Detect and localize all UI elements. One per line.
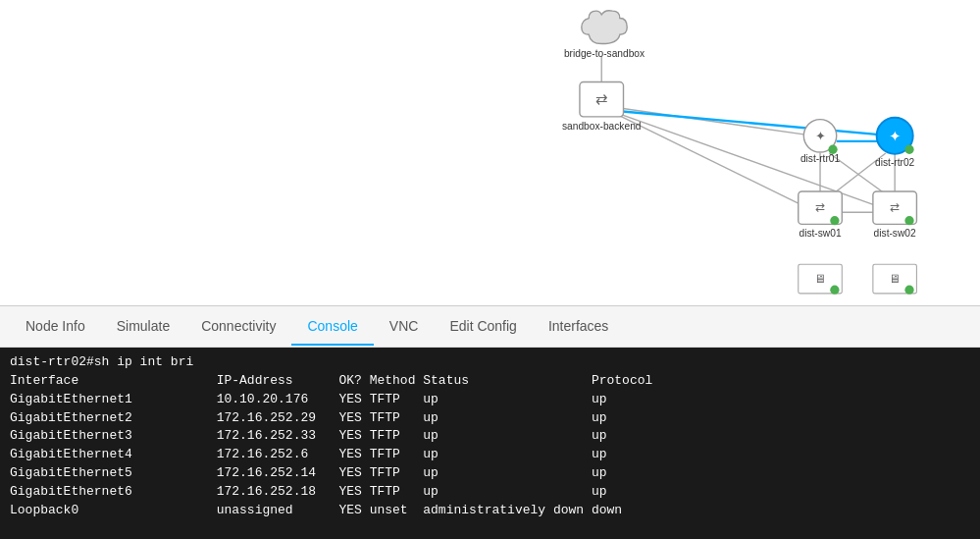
conn-sandbox-rtr02-active	[620, 111, 882, 135]
dist-rtr02-label: dist-rtr02	[875, 157, 915, 168]
tab-console[interactable]: Console	[291, 308, 373, 346]
sw01-icon: ⇄	[815, 200, 825, 214]
tab-simulate[interactable]: Simulate	[101, 308, 185, 346]
tab-connectivity[interactable]: Connectivity	[185, 308, 291, 346]
tab-vnc[interactable]: VNC	[374, 308, 435, 346]
sw01-status-dot	[830, 216, 839, 225]
console-line-4: GigabitEthernet3 172.16.252.33 YES TFTP …	[10, 427, 970, 446]
sw02-status-dot	[904, 216, 913, 225]
console-line-8: Loopback0 unassigned YES unset administr…	[10, 502, 970, 520]
console-line-6: GigabitEthernet5 172.16.252.14 YES TFTP …	[10, 464, 970, 483]
node-dist-sw01[interactable]: ⇄ dist-sw01	[799, 191, 843, 239]
tab-interfaces[interactable]: Interfaces	[533, 308, 624, 346]
console-line-3: GigabitEthernet2 172.16.252.29 YES TFTP …	[10, 409, 970, 428]
console-line-5: GigabitEthernet4 172.16.252.6 YES TFTP u…	[10, 446, 970, 464]
conn-sandbox-sw01	[616, 114, 807, 208]
console-line-2: GigabitEthernet1 10.10.20.176 YES TFTP u…	[10, 391, 970, 409]
topology-svg: bridge-to-sandbox ⇄ sandbox-backend ✦ di…	[0, 0, 980, 305]
cloud-shape	[582, 11, 627, 44]
rtr01-icon: ✦	[815, 129, 826, 143]
conn-sandbox-sw02	[620, 114, 882, 208]
network-diagram: bridge-to-sandbox ⇄ sandbox-backend ✦ di…	[0, 0, 980, 306]
bridge-to-sandbox-label: bridge-to-sandbox	[564, 48, 645, 59]
console-line-0: dist-rtr02#sh ip int bri	[10, 353, 970, 372]
host2-status-dot	[904, 286, 913, 295]
tab-node-info[interactable]: Node Info	[10, 308, 101, 346]
dist-sw02-label: dist-sw02	[874, 228, 916, 239]
console-line-7: GigabitEthernet6 172.16.252.18 YES TFTP …	[10, 483, 970, 502]
tab-bar: Node Info Simulate Connectivity Console …	[0, 306, 980, 348]
host1-icon: 🖥	[814, 272, 826, 286]
node-inside-host1[interactable]: 🖥	[799, 264, 843, 295]
dist-sw01-label: dist-sw01	[799, 228, 841, 239]
host2-icon: 🖥	[889, 272, 901, 286]
conn-sandbox-rtr01	[616, 108, 807, 135]
console-terminal[interactable]: dist-rtr02#sh ip int bri Interface IP-Ad…	[0, 348, 980, 539]
sw02-icon: ⇄	[890, 200, 900, 214]
tab-edit-config[interactable]: Edit Config	[434, 308, 532, 346]
rtr02-status-dot	[904, 145, 913, 154]
sandbox-backend-label: sandbox-backend	[562, 121, 642, 132]
dist-rtr01-label: dist-rtr01	[800, 153, 841, 164]
host1-status-dot	[830, 286, 839, 295]
node-dist-rtr01[interactable]: ✦ dist-rtr01	[800, 120, 841, 165]
console-prompt-line: dist-rtr02#	[10, 520, 970, 539]
rtr02-icon: ✦	[889, 129, 902, 144]
node-dist-sw02[interactable]: ⇄ dist-sw02	[873, 191, 917, 239]
console-line-1: Interface IP-Address OK? Method Status P…	[10, 372, 970, 391]
sandbox-icon: ⇄	[595, 91, 608, 107]
node-bridge-to-sandbox[interactable]: bridge-to-sandbox	[564, 11, 645, 59]
node-inside-host2[interactable]: 🖥	[873, 264, 917, 295]
node-sandbox-backend[interactable]: ⇄ sandbox-backend	[562, 82, 642, 132]
rtr01-status-dot	[828, 145, 837, 154]
node-dist-rtr02[interactable]: ✦ dist-rtr02	[875, 118, 915, 168]
